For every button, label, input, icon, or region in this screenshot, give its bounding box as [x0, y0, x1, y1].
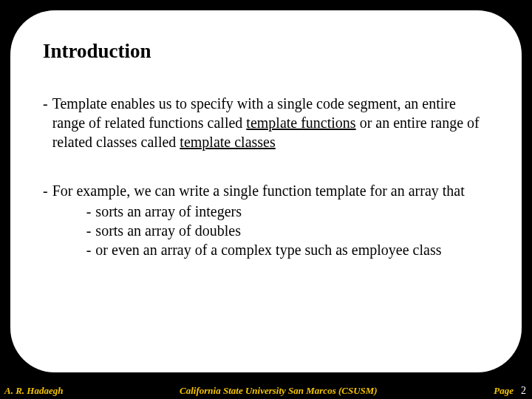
sub-bullet-1-text: sorts an array of integers	[95, 202, 489, 221]
sub-bullet-1: - sorts an array of integers	[86, 202, 489, 221]
sub-bullet-3: - or even an array of a complex type suc…	[86, 240, 489, 259]
bullet-2: - For example, we can write a single fun…	[43, 181, 489, 259]
footer-institution: California State University San Marcos (…	[63, 385, 494, 397]
bullet-1: - Template enables us to specify with a …	[43, 94, 489, 151]
slide-footer: A. R. Hadaegh California State Universit…	[0, 383, 532, 399]
para2-lead: For example, we can write a single funct…	[52, 183, 465, 199]
bullet-dash: -	[86, 240, 96, 259]
footer-author: A. R. Hadaegh	[0, 385, 63, 397]
sub-bullet-3-text: or even an array of a complex type such …	[95, 240, 489, 259]
footer-page-group: Page 2	[494, 385, 532, 397]
bullet-2-content: For example, we can write a single funct…	[52, 181, 489, 259]
footer-page-label: Page	[494, 385, 514, 397]
bullet-dash: -	[86, 202, 96, 221]
sub-bullet-2-text: sorts an array of doubles	[95, 221, 489, 240]
footer-page-number: 2	[521, 385, 526, 397]
sub-bullet-2: - sorts an array of doubles	[86, 221, 489, 240]
sub-bullet-list: - sorts an array of integers - sorts an …	[86, 202, 489, 259]
slide-body: - Template enables us to specify with a …	[43, 94, 489, 259]
bullet-dash: -	[43, 94, 52, 151]
para1-underline-1: template functions	[246, 115, 355, 131]
bullet-dash: -	[86, 221, 96, 240]
page-title: Introduction	[43, 40, 489, 63]
bullet-dash: -	[43, 181, 52, 259]
para1-underline-2: template classes	[180, 134, 275, 150]
slide-card: Introduction - Template enables us to sp…	[10, 10, 522, 372]
bullet-1-content: Template enables us to specify with a si…	[52, 94, 489, 151]
